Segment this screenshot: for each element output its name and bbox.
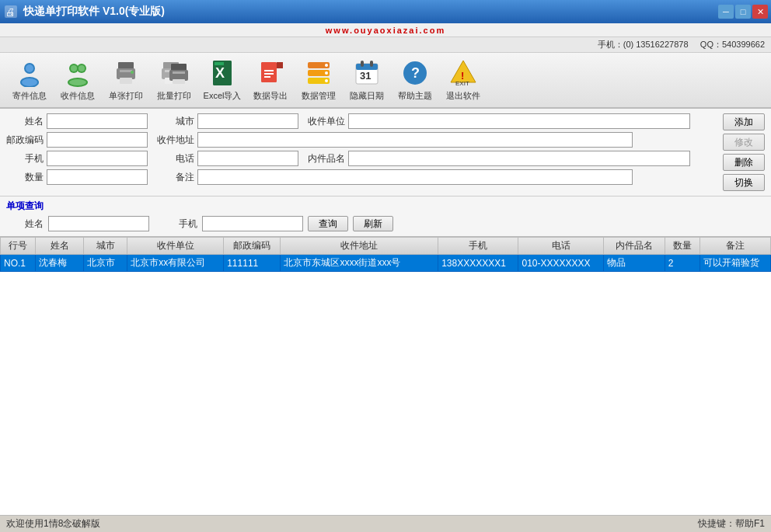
svg-rect-44: [361, 61, 364, 67]
toolbar-item-receiver[interactable]: 收件信息: [54, 57, 101, 103]
svg-rect-15: [120, 78, 132, 84]
svg-point-4: [26, 64, 33, 72]
col-header-mobile: 手机: [438, 238, 518, 255]
table-cell: 010-XXXXXXXX: [518, 255, 603, 272]
app-title: 快递单打印软件 V1.0(专业版): [23, 5, 165, 19]
phone-input[interactable]: [197, 151, 298, 166]
query-section: 单项查询 姓名 手机 查询 刷新: [0, 196, 771, 237]
remark-input[interactable]: [197, 169, 633, 185]
query-name-input[interactable]: [48, 216, 149, 231]
sender-label: 寄件信息: [12, 90, 47, 102]
quantity-input[interactable]: [47, 169, 148, 185]
contact-bar: 手机：(0) 13516227878 QQ：540399662: [0, 37, 771, 53]
single-print-label: 单张打印: [109, 90, 143, 102]
watermark-bar: www.ouyaoxiazai.com: [0, 23, 771, 37]
svg-rect-34: [264, 76, 270, 78]
window-controls: ─ □ ✕: [718, 5, 768, 19]
contact-info: 手机：(0) 13516227878 QQ：540399662: [598, 39, 765, 50]
status-bar: 欢迎使用1情8念破解版 快捷键：帮助F1: [0, 515, 771, 532]
name-input[interactable]: [47, 113, 148, 129]
svg-text:🖨: 🖨: [5, 6, 16, 18]
table-cell: 138XXXXXXX1: [438, 255, 518, 272]
close-button[interactable]: ✕: [752, 5, 768, 19]
toolbar-item-data-export[interactable]: 数据导出: [247, 57, 294, 103]
table-cell: 北京市: [83, 255, 127, 272]
toolbar-item-batch-print[interactable]: 批量打印: [151, 57, 197, 103]
table-row[interactable]: NO.1沈春梅北京市北京市xx有限公司111111北京市东城区xxxx街道xxx…: [1, 255, 771, 272]
switch-button[interactable]: 切换: [723, 174, 765, 191]
query-button[interactable]: 查询: [308, 216, 348, 231]
svg-point-41: [325, 79, 328, 82]
receiver-label: 收件信息: [61, 90, 95, 102]
item-name-label: 内件品名: [308, 152, 345, 165]
postal-code-input[interactable]: [47, 132, 148, 148]
toolbar-item-help[interactable]: ? 帮助主题: [392, 57, 438, 103]
toolbar-item-excel-import[interactable]: X Excel导入: [199, 57, 246, 103]
quantity-label: 数量: [6, 171, 44, 184]
form-buttons: 添加 修改 删除 切换: [723, 113, 765, 191]
excel-icon: X: [208, 59, 236, 87]
table-cell: 北京市xx有限公司: [127, 255, 224, 272]
svg-point-39: [325, 64, 328, 67]
svg-rect-28: [215, 62, 224, 65]
toolbar-item-single-print[interactable]: 单张打印: [103, 57, 149, 103]
help-label: 帮助主题: [398, 90, 432, 102]
toolbar: 寄件信息 收件信息 单张打印: [0, 53, 771, 109]
data-export-label: 数据导出: [253, 90, 288, 102]
delete-button[interactable]: 删除: [723, 154, 765, 171]
edit-button[interactable]: 修改: [723, 134, 765, 151]
help-icon: ?: [401, 59, 429, 87]
table-header-row: 行号 姓名 城市 收件单位 邮政编码 收件地址 手机 电话 内件品名 数量 备注: [1, 238, 771, 255]
form-row-2: 邮政编码 收件地址: [6, 132, 717, 148]
data-manage-icon: [305, 59, 333, 87]
col-header-quantity: 数量: [665, 238, 699, 255]
toolbar-item-data-manage[interactable]: 数据管理: [295, 57, 342, 103]
form-row-4: 数量 备注: [6, 169, 717, 185]
svg-point-5: [22, 78, 37, 86]
table-cell: 沈春梅: [36, 255, 84, 272]
form-row-1: 姓名 城市 收件单位: [6, 113, 717, 129]
app-icon: 🖨: [3, 4, 19, 19]
toolbar-item-hide-date[interactable]: 31 隐藏日期: [344, 57, 390, 103]
col-header-phone: 电话: [518, 238, 603, 255]
col-header-city: 城市: [83, 238, 127, 255]
table-cell: 111111: [224, 255, 281, 272]
form-row-3: 手机 电话 内件品名: [6, 151, 717, 166]
remark-label: 备注: [157, 171, 194, 184]
col-header-remark: 备注: [699, 238, 770, 255]
minimize-button[interactable]: ─: [718, 5, 734, 19]
title-bar: 🖨 快递单打印软件 V1.0(专业版) ─ □ ✕: [0, 0, 771, 23]
single-printer-icon: [112, 59, 140, 87]
svg-text:31: 31: [360, 70, 371, 82]
svg-point-40: [325, 71, 328, 75]
item-name-input[interactable]: [348, 151, 690, 166]
city-input[interactable]: [197, 113, 298, 129]
col-header-item-name: 内件品名: [603, 238, 665, 255]
refresh-button[interactable]: 刷新: [353, 216, 393, 231]
excel-import-label: Excel导入: [204, 90, 242, 102]
name-label: 姓名: [6, 115, 44, 128]
postal-code-label: 邮政编码: [6, 134, 44, 147]
maximize-button[interactable]: □: [735, 5, 751, 19]
receive-unit-label: 收件单位: [308, 115, 345, 128]
svg-point-16: [131, 71, 134, 74]
mobile-label: 手机: [6, 152, 44, 165]
add-button[interactable]: 添加: [723, 113, 765, 130]
receive-unit-input[interactable]: [348, 113, 690, 129]
receive-address-label: 收件地址: [157, 134, 194, 147]
data-table: 行号 姓名 城市 收件单位 邮政编码 收件地址 手机 电话 内件品名 数量 备注…: [0, 237, 771, 272]
mobile-input[interactable]: [47, 151, 148, 166]
table-cell: NO.1: [1, 255, 36, 272]
query-mobile-input[interactable]: [202, 216, 303, 231]
query-name-label: 姓名: [6, 217, 44, 231]
city-label: 城市: [157, 115, 194, 128]
receive-address-input[interactable]: [197, 132, 633, 148]
col-header-name: 姓名: [36, 238, 84, 255]
batch-print-label: 批量打印: [157, 90, 191, 102]
toolbar-item-sender[interactable]: 寄件信息: [6, 57, 53, 103]
col-header-postal-code: 邮政编码: [224, 238, 281, 255]
export-icon: [256, 59, 284, 87]
svg-rect-45: [370, 61, 373, 67]
toolbar-item-exit[interactable]: ! EXIT 退出软件: [440, 57, 487, 103]
svg-point-7: [71, 65, 77, 71]
